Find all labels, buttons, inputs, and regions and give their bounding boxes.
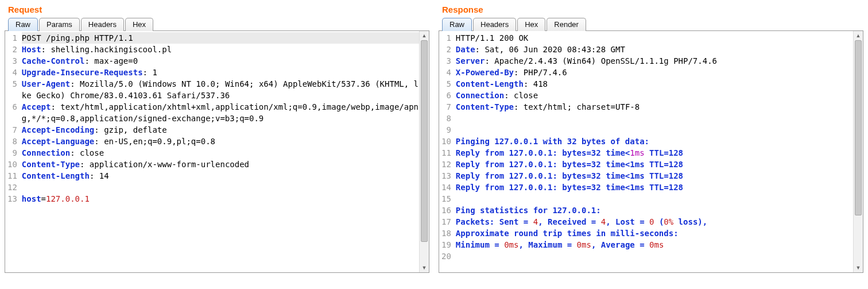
request-gutter: 12345678910111213 xyxy=(5,31,21,272)
gutter-number: 11 xyxy=(7,170,17,182)
code-line[interactable]: Upgrade-Insecure-Requests: 1 xyxy=(22,67,427,78)
response-tab-headers[interactable]: Headers xyxy=(473,18,516,31)
request-panel: Request RawParamsHeadersHex 123456789101… xyxy=(0,0,434,273)
scroll-up-icon[interactable]: ▲ xyxy=(420,31,429,40)
gutter-number: 4 xyxy=(441,67,451,78)
scroll-down-icon[interactable]: ▼ xyxy=(854,263,863,272)
code-line[interactable]: User-Agent: Mozilla/5.0 (Windows NT 10.0… xyxy=(22,78,427,101)
code-line[interactable]: Connection: close xyxy=(22,147,427,159)
gutter-number: 3 xyxy=(7,55,17,67)
code-line[interactable]: Accept: text/html,application/xhtml+xml,… xyxy=(22,101,427,124)
gutter-number: 13 xyxy=(441,170,451,182)
request-tab-headers[interactable]: Headers xyxy=(81,18,124,31)
gutter-number: 1 xyxy=(441,32,451,44)
gutter-number: 8 xyxy=(7,136,17,147)
request-content-frame: 12345678910111213 POST /ping.php HTTP/1.… xyxy=(5,30,429,273)
gutter-number: 17 xyxy=(441,216,451,228)
response-title: Response xyxy=(439,2,863,18)
code-line[interactable] xyxy=(22,182,427,193)
code-line[interactable]: Host: shelling.hackingiscool.pl xyxy=(22,44,427,55)
gutter-number: 5 xyxy=(441,78,451,90)
scroll-up-icon[interactable]: ▲ xyxy=(854,31,863,40)
gutter-number: 6 xyxy=(7,101,17,113)
request-tab-params[interactable]: Params xyxy=(39,18,80,31)
gutter-number: 6 xyxy=(441,90,451,101)
gutter-number: 1 xyxy=(7,32,17,44)
scroll-track[interactable] xyxy=(420,40,429,263)
response-tabs: RawHeadersHexRender xyxy=(439,18,863,31)
code-line[interactable]: Reply from 127.0.0.1: bytes=32 time<1ms … xyxy=(456,170,861,182)
code-line[interactable] xyxy=(456,113,861,124)
code-line[interactable]: Ping statistics for 127.0.0.1: xyxy=(456,205,861,216)
gutter-number: 2 xyxy=(441,44,451,55)
code-line[interactable]: Content-Length: 14 xyxy=(22,170,427,182)
code-line[interactable]: POST /ping.php HTTP/1.1 xyxy=(22,32,427,44)
response-panel: Response RawHeadersHexRender 12345678910… xyxy=(434,0,868,273)
code-line[interactable]: Reply from 127.0.0.1: bytes=32 time<1ms … xyxy=(456,159,861,170)
response-scrollbar[interactable]: ▲ ▼ xyxy=(853,31,863,272)
code-line[interactable]: Reply from 127.0.0.1: bytes=32 time<1ms … xyxy=(456,147,861,159)
request-tab-raw[interactable]: Raw xyxy=(8,18,38,31)
code-line[interactable] xyxy=(456,193,861,205)
code-line[interactable]: Reply from 127.0.0.1: bytes=32 time<1ms … xyxy=(456,182,861,193)
request-tab-hex[interactable]: Hex xyxy=(125,18,153,31)
request-scrollbar[interactable]: ▲ ▼ xyxy=(419,31,429,272)
request-title: Request xyxy=(5,2,429,18)
burp-split-view: Request RawParamsHeadersHex 123456789101… xyxy=(0,0,868,273)
gutter-number: 9 xyxy=(7,147,17,159)
code-line[interactable]: Pinging 127.0.0.1 with 32 bytes of data: xyxy=(456,136,861,147)
scroll-down-icon[interactable]: ▼ xyxy=(420,263,429,272)
code-line[interactable] xyxy=(456,251,861,262)
code-line[interactable]: Date: Sat, 06 Jun 2020 08:43:28 GMT xyxy=(456,44,861,55)
gutter-number: 2 xyxy=(7,44,17,55)
gutter-number: 14 xyxy=(441,182,451,193)
response-gutter: 1234567891011121314151617181920 xyxy=(439,31,455,272)
code-line[interactable]: Approximate round trip times in milli-se… xyxy=(456,228,861,239)
response-code-area[interactable]: 1234567891011121314151617181920 HTTP/1.1… xyxy=(439,31,863,272)
scroll-thumb[interactable] xyxy=(421,40,428,242)
gutter-number: 8 xyxy=(441,113,451,124)
gutter-number: 16 xyxy=(441,205,451,216)
code-line[interactable]: Content-Type: application/x-www-form-url… xyxy=(22,159,427,170)
gutter-number: 11 xyxy=(441,147,451,159)
code-line[interactable]: Server: Apache/2.4.43 (Win64) OpenSSL/1.… xyxy=(456,55,861,67)
gutter-number: 4 xyxy=(7,67,17,78)
response-tab-raw[interactable]: Raw xyxy=(442,18,472,31)
gutter-number: 9 xyxy=(441,124,451,136)
code-line[interactable]: HTTP/1.1 200 OK xyxy=(456,32,861,44)
gutter-number: 7 xyxy=(441,101,451,113)
code-line[interactable]: Cache-Control: max-age=0 xyxy=(22,55,427,67)
gutter-number: 7 xyxy=(7,124,17,136)
gutter-number: 12 xyxy=(7,182,17,193)
gutter-number: 3 xyxy=(441,55,451,67)
code-line[interactable]: Connection: close xyxy=(456,90,861,101)
request-code-area[interactable]: 12345678910111213 POST /ping.php HTTP/1.… xyxy=(5,31,429,272)
code-line[interactable]: Packets: Sent = 4, Received = 4, Lost = … xyxy=(456,216,861,228)
gutter-number: 12 xyxy=(441,159,451,170)
gutter-number: 15 xyxy=(441,193,451,205)
gutter-number: 5 xyxy=(7,78,17,90)
request-tabs: RawParamsHeadersHex xyxy=(5,18,429,31)
code-line[interactable]: Content-Length: 418 xyxy=(456,78,861,90)
request-lines[interactable]: POST /ping.php HTTP/1.1Host: shelling.ha… xyxy=(21,31,429,272)
code-line[interactable]: Accept-Language: en-US,en;q=0.9,pl;q=0.8 xyxy=(22,136,427,147)
code-line[interactable] xyxy=(456,124,861,136)
scroll-track[interactable] xyxy=(854,40,863,263)
code-line[interactable]: X-Powered-By: PHP/7.4.6 xyxy=(456,67,861,78)
gutter-number: 19 xyxy=(441,239,451,251)
gutter-number: 10 xyxy=(7,159,17,170)
code-line[interactable]: Minimum = 0ms, Maximum = 0ms, Average = … xyxy=(456,239,861,251)
code-line[interactable]: Accept-Encoding: gzip, deflate xyxy=(22,124,427,136)
code-line[interactable]: Content-Type: text/html; charset=UTF-8 xyxy=(456,101,861,113)
response-tab-hex[interactable]: Hex xyxy=(517,18,545,31)
gutter-number: 18 xyxy=(441,228,451,239)
gutter-number: 13 xyxy=(7,193,17,205)
response-content-frame: 1234567891011121314151617181920 HTTP/1.1… xyxy=(439,30,863,273)
scroll-thumb[interactable] xyxy=(855,40,862,215)
gutter-number: 20 xyxy=(441,251,451,262)
response-lines[interactable]: HTTP/1.1 200 OKDate: Sat, 06 Jun 2020 08… xyxy=(455,31,863,272)
gutter-number: 10 xyxy=(441,136,451,147)
gutter-number xyxy=(7,90,17,101)
response-tab-render[interactable]: Render xyxy=(547,18,586,31)
code-line[interactable]: host=127.0.0.1 xyxy=(22,193,427,205)
